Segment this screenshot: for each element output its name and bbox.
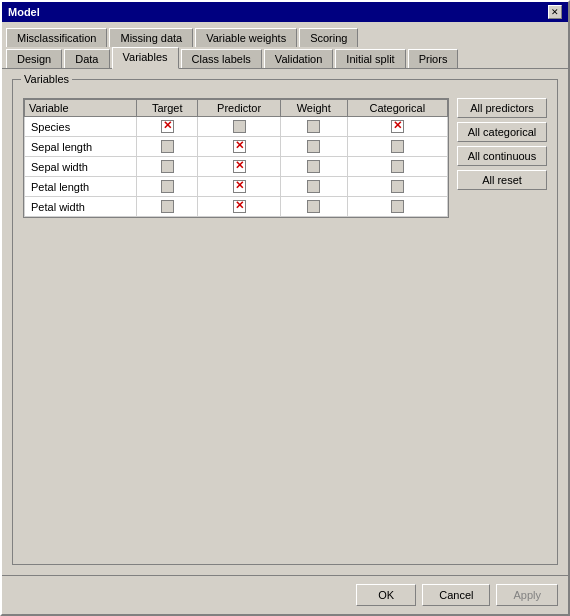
- model-window: Model ✕ Misclassification Missing data V…: [0, 0, 570, 616]
- checkbox-unchecked-icon[interactable]: [233, 120, 246, 133]
- table-row: Species: [25, 117, 448, 137]
- tab-scoring[interactable]: Scoring: [299, 28, 358, 47]
- col-predictor: Predictor: [198, 100, 280, 117]
- cell-weight[interactable]: [280, 137, 347, 157]
- checkbox-checked-icon[interactable]: [233, 140, 246, 153]
- checkbox-checked-icon[interactable]: [233, 180, 246, 193]
- tab-class-labels[interactable]: Class labels: [181, 49, 262, 68]
- checkbox-unchecked-icon[interactable]: [391, 200, 404, 213]
- cell-categorical[interactable]: [347, 197, 447, 217]
- main-content: Variable Target Predictor Weight Categor…: [23, 98, 547, 218]
- cell-predictor[interactable]: [198, 117, 280, 137]
- cell-weight[interactable]: [280, 177, 347, 197]
- checkbox-checked-icon[interactable]: [391, 120, 404, 133]
- bottom-bar: OK Cancel Apply: [2, 575, 568, 614]
- cell-predictor[interactable]: [198, 197, 280, 217]
- all-continuous-button[interactable]: All continuous: [457, 146, 547, 166]
- tab-initial-split[interactable]: Initial split: [335, 49, 405, 68]
- checkbox-unchecked-icon[interactable]: [307, 200, 320, 213]
- tab-design[interactable]: Design: [6, 49, 62, 68]
- cell-variable-name: Petal width: [25, 197, 137, 217]
- cell-categorical[interactable]: [347, 117, 447, 137]
- tabs-row2: Design Data Variables Class labels Valid…: [2, 47, 568, 69]
- tabs-row1: Misclassification Missing data Variable …: [2, 22, 568, 47]
- table-row: Sepal width: [25, 157, 448, 177]
- cell-weight[interactable]: [280, 157, 347, 177]
- cell-target[interactable]: [137, 117, 198, 137]
- close-button[interactable]: ✕: [548, 5, 562, 19]
- cell-predictor[interactable]: [198, 137, 280, 157]
- checkbox-checked-icon[interactable]: [233, 200, 246, 213]
- col-target: Target: [137, 100, 198, 117]
- title-bar: Model ✕: [2, 2, 568, 22]
- tab-priors[interactable]: Priors: [408, 49, 459, 68]
- checkbox-unchecked-icon[interactable]: [307, 140, 320, 153]
- table-row: Petal length: [25, 177, 448, 197]
- tab-variables[interactable]: Variables: [112, 47, 179, 69]
- checkbox-unchecked-icon[interactable]: [307, 180, 320, 193]
- checkbox-checked-icon[interactable]: [233, 160, 246, 173]
- checkbox-unchecked-icon[interactable]: [161, 140, 174, 153]
- tab-validation[interactable]: Validation: [264, 49, 334, 68]
- cell-variable-name: Petal length: [25, 177, 137, 197]
- content-area: Variables Variable Target Predictor Weig…: [2, 69, 568, 575]
- cell-weight[interactable]: [280, 117, 347, 137]
- checkbox-unchecked-icon[interactable]: [391, 140, 404, 153]
- cell-target[interactable]: [137, 177, 198, 197]
- window-title: Model: [8, 6, 40, 18]
- cell-categorical[interactable]: [347, 157, 447, 177]
- buttons-panel: All predictors All categorical All conti…: [457, 98, 547, 218]
- tab-variable-weights[interactable]: Variable weights: [195, 28, 297, 47]
- all-reset-button[interactable]: All reset: [457, 170, 547, 190]
- table-row: Petal width: [25, 197, 448, 217]
- checkbox-checked-icon[interactable]: [161, 120, 174, 133]
- cancel-button[interactable]: Cancel: [422, 584, 490, 606]
- table-row: Sepal length: [25, 137, 448, 157]
- cell-categorical[interactable]: [347, 177, 447, 197]
- tab-data[interactable]: Data: [64, 49, 109, 68]
- col-variable: Variable: [25, 100, 137, 117]
- tab-missing-data[interactable]: Missing data: [109, 28, 193, 47]
- cell-target[interactable]: [137, 157, 198, 177]
- all-predictors-button[interactable]: All predictors: [457, 98, 547, 118]
- checkbox-unchecked-icon[interactable]: [161, 160, 174, 173]
- checkbox-unchecked-icon[interactable]: [391, 160, 404, 173]
- cell-target[interactable]: [137, 137, 198, 157]
- cell-predictor[interactable]: [198, 177, 280, 197]
- all-categorical-button[interactable]: All categorical: [457, 122, 547, 142]
- cell-categorical[interactable]: [347, 137, 447, 157]
- checkbox-unchecked-icon[interactable]: [307, 120, 320, 133]
- apply-button[interactable]: Apply: [496, 584, 558, 606]
- checkbox-unchecked-icon[interactable]: [161, 200, 174, 213]
- variables-table: Variable Target Predictor Weight Categor…: [24, 99, 448, 217]
- checkbox-unchecked-icon[interactable]: [307, 160, 320, 173]
- cell-variable-name: Sepal length: [25, 137, 137, 157]
- cell-predictor[interactable]: [198, 157, 280, 177]
- variables-table-container: Variable Target Predictor Weight Categor…: [23, 98, 449, 218]
- cell-target[interactable]: [137, 197, 198, 217]
- variables-group: Variables Variable Target Predictor Weig…: [12, 79, 558, 565]
- cell-weight[interactable]: [280, 197, 347, 217]
- col-categorical: Categorical: [347, 100, 447, 117]
- tab-misclassification[interactable]: Misclassification: [6, 28, 107, 47]
- group-label: Variables: [21, 73, 72, 85]
- col-weight: Weight: [280, 100, 347, 117]
- cell-variable-name: Sepal width: [25, 157, 137, 177]
- ok-button[interactable]: OK: [356, 584, 416, 606]
- checkbox-unchecked-icon[interactable]: [161, 180, 174, 193]
- checkbox-unchecked-icon[interactable]: [391, 180, 404, 193]
- cell-variable-name: Species: [25, 117, 137, 137]
